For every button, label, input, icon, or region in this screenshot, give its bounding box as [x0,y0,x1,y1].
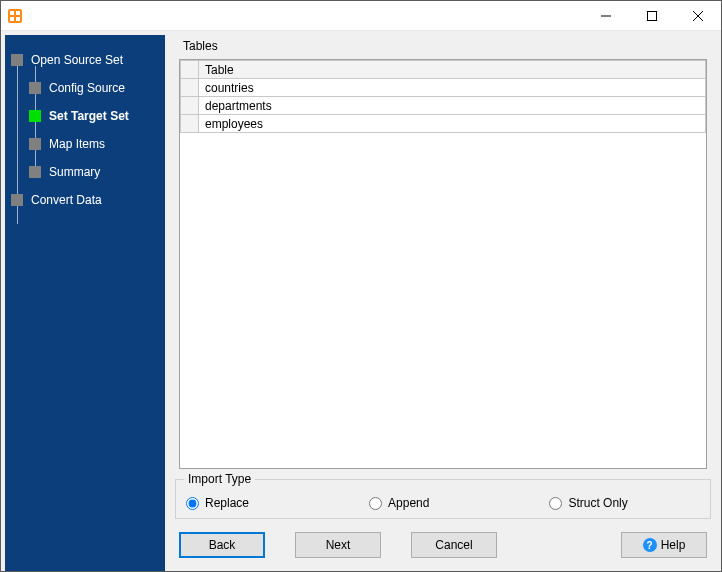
row-header [181,79,199,97]
import-type-options: ReplaceAppendStruct Only [186,496,700,510]
step-label: Config Source [49,81,125,95]
maximize-icon [647,11,657,21]
wizard-step[interactable]: Summary [11,161,159,183]
row-header [181,97,199,115]
minimize-icon [601,11,611,21]
wizard-step[interactable]: Config Source [11,77,159,99]
step-marker-icon [11,194,23,206]
footer: Back Next Cancel ? Help [169,525,717,571]
grid-col-header[interactable]: Table [199,61,706,79]
close-icon [693,11,703,21]
import-type-title: Import Type [184,472,255,486]
svg-rect-3 [10,17,14,21]
content-area: Tables Table countriesdepartmentsemploye… [169,35,717,525]
table-row[interactable]: countries [181,79,706,97]
step-marker-icon [29,110,41,122]
step-label: Set Target Set [49,109,129,123]
tables-grid: Table countriesdepartmentsemployees [180,60,706,133]
cancel-button[interactable]: Cancel [411,532,497,558]
grid-corner [181,61,199,79]
step-marker-icon [29,138,41,150]
wizard-step[interactable]: Map Items [11,133,159,155]
close-button[interactable] [675,1,721,31]
import-option-append[interactable]: Append [369,496,429,510]
table-cell: departments [199,97,706,115]
back-button[interactable]: Back [179,532,265,558]
table-cell: countries [199,79,706,97]
body: Open Source SetConfig SourceSet Target S… [1,31,721,571]
help-icon: ? [643,538,657,552]
import-radio-append[interactable] [369,497,382,510]
wizard-step[interactable]: Convert Data [11,189,159,211]
help-button[interactable]: ? Help [621,532,707,558]
import-option-label: Replace [205,496,249,510]
next-button[interactable]: Next [295,532,381,558]
titlebar-controls [583,1,721,30]
next-button-label: Next [326,538,351,552]
minimize-button[interactable] [583,1,629,31]
import-option-label: Append [388,496,429,510]
cancel-button-label: Cancel [435,538,472,552]
step-label: Convert Data [31,193,102,207]
back-button-label: Back [209,538,236,552]
help-button-label: Help [661,538,686,552]
wizard-step[interactable]: Open Source Set [11,49,159,71]
table-cell: employees [199,115,706,133]
step-label: Summary [49,165,100,179]
import-option-struct[interactable]: Struct Only [549,496,627,510]
maximize-button[interactable] [629,1,675,31]
wizard-window: Open Source SetConfig SourceSet Target S… [0,0,722,572]
wizard-sidebar: Open Source SetConfig SourceSet Target S… [5,35,165,571]
step-marker-icon [29,82,41,94]
step-marker-icon [11,54,23,66]
main-column: Tables Table countriesdepartmentsemploye… [169,35,717,571]
import-option-replace[interactable]: Replace [186,496,249,510]
import-type-group: Import Type ReplaceAppendStruct Only [175,479,711,519]
tables-group: Tables Table countriesdepartmentsemploye… [173,39,713,469]
tables-grid-container[interactable]: Table countriesdepartmentsemployees [179,59,707,469]
app-icon [7,8,23,24]
step-marker-icon [29,166,41,178]
import-option-label: Struct Only [568,496,627,510]
wizard-steps: Open Source SetConfig SourceSet Target S… [11,49,159,211]
table-row[interactable]: employees [181,115,706,133]
row-header [181,115,199,133]
tables-title: Tables [183,39,713,53]
table-row[interactable]: departments [181,97,706,115]
svg-rect-4 [16,17,20,21]
wizard-step[interactable]: Set Target Set [11,105,159,127]
titlebar [1,1,721,31]
import-radio-struct[interactable] [549,497,562,510]
svg-rect-6 [648,12,657,21]
import-radio-replace[interactable] [186,497,199,510]
svg-rect-1 [10,11,14,15]
step-label: Map Items [49,137,105,151]
titlebar-left [1,8,29,24]
step-label: Open Source Set [31,53,123,67]
svg-rect-2 [16,11,20,15]
